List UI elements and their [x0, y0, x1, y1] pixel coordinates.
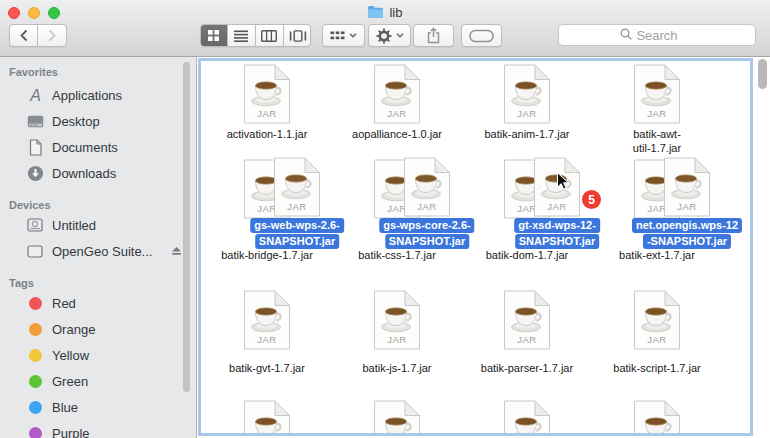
- sidebar-item-label: Documents: [52, 140, 118, 155]
- sidebar-item-label: OpenGeo Suite...: [52, 244, 152, 259]
- jar-file-icon: [242, 400, 292, 436]
- jar-file-icon: [632, 290, 682, 350]
- file-name: batik-ext-1.7.jar: [619, 249, 695, 263]
- jar-file-icon: [372, 290, 422, 350]
- file-name: batik-css-1.7.jar: [358, 249, 436, 263]
- file-item[interactable]: batik-dom-1.7.jargt-xsd-wps-12-SNAPSHOT.…: [462, 159, 592, 284]
- sidebar-item-untitled[interactable]: Untitled: [0, 212, 196, 238]
- dragged-file-name: gt-xsd-wps-12-SNAPSHOT.jar: [514, 218, 600, 250]
- tag-button[interactable]: [461, 24, 502, 47]
- coverflow-view-button[interactable]: [284, 25, 312, 46]
- sidebar-item-orange[interactable]: Orange: [0, 316, 196, 342]
- file-item[interactable]: aopalliance-1.0.jar: [332, 64, 462, 159]
- file-name: batik-script-1.7.jar: [613, 362, 700, 376]
- file-item[interactable]: batik-ext-1.7.jarnet.opengis.wps-12-SNAP…: [592, 159, 722, 284]
- forward-button[interactable]: [38, 25, 66, 46]
- main-pane: activation-1.1.jaraopalliance-1.0.jarbat…: [197, 57, 770, 438]
- sidebar-item-blue[interactable]: Blue: [0, 394, 196, 420]
- dragged-file-icon[interactable]: [272, 157, 322, 217]
- dragged-file-icon[interactable]: [402, 157, 452, 217]
- external-drive-icon: [26, 242, 44, 260]
- arrange-icon: [330, 30, 345, 41]
- share-icon: [426, 27, 441, 44]
- file-item[interactable]: batik-awt-util-1.7.jar: [592, 64, 722, 159]
- jar-file-icon: [372, 400, 422, 436]
- column-view-icon: [261, 30, 277, 42]
- window-title-row: lib: [0, 4, 770, 20]
- sidebar-item-yellow[interactable]: Yellow: [0, 342, 196, 368]
- tag-dot-icon: [29, 427, 42, 438]
- sidebar-item-label: Red: [52, 296, 76, 311]
- file-name: batik-dom-1.7.jar: [486, 249, 569, 263]
- jar-file-icon: [242, 290, 292, 350]
- svg-text:A: A: [29, 87, 41, 104]
- file-item[interactable]: batik-parser-1.7.jar: [462, 284, 592, 400]
- titlebar: lib: [0, 0, 770, 57]
- list-view-button[interactable]: [228, 25, 256, 46]
- jar-file-icon: [242, 64, 292, 124]
- sidebar-item-documents[interactable]: Documents: [0, 134, 196, 160]
- dragged-file-icon[interactable]: [662, 157, 712, 217]
- sidebar-scrollbar[interactable]: [183, 62, 190, 392]
- toolbar: [0, 24, 770, 48]
- jar-file-icon: [502, 290, 552, 350]
- coverflow-view-icon: [289, 30, 307, 42]
- sidebar-item-label: Yellow: [52, 348, 89, 363]
- jar-file-icon: [632, 400, 682, 436]
- file-item[interactable]: batik-bridge-1.7.jargs-web-wps-2.6-SNAPS…: [202, 159, 332, 284]
- mouse-cursor-icon: [556, 172, 570, 196]
- content-scrollbar[interactable]: [758, 59, 767, 89]
- sidebar-item-desktop[interactable]: Desktop: [0, 108, 196, 134]
- back-button[interactable]: [10, 25, 38, 46]
- sidebar-item-label: Green: [52, 374, 88, 389]
- tag-dot-icon: [29, 375, 42, 388]
- eject-icon[interactable]: [171, 244, 182, 259]
- window-title: lib: [389, 5, 402, 20]
- view-switcher: [200, 24, 311, 47]
- sidebar-item-downloads[interactable]: Downloads: [0, 160, 196, 186]
- back-chevron-icon: [19, 29, 28, 42]
- list-view-icon: [234, 30, 248, 42]
- sidebar-item-purple[interactable]: Purple: [0, 420, 196, 438]
- file-grid: activation-1.1.jaraopalliance-1.0.jarbat…: [201, 61, 750, 433]
- file-item[interactable]: [332, 400, 462, 436]
- arrange-button[interactable]: [322, 24, 365, 47]
- share-button[interactable]: [413, 24, 454, 47]
- file-name: batik-bridge-1.7.jar: [221, 249, 313, 263]
- action-menu-button[interactable]: [368, 24, 411, 47]
- jar-file-icon: [632, 64, 682, 124]
- icon-view-button[interactable]: [200, 25, 228, 46]
- sidebar: FavoritesAApplicationsDesktopDocumentsDo…: [0, 57, 197, 438]
- finder-window: lib: [0, 0, 770, 438]
- sidebar-item-applications[interactable]: AApplications: [0, 82, 196, 108]
- search-input[interactable]: [558, 24, 756, 46]
- sidebar-item-label: Untitled: [52, 218, 96, 233]
- sidebar-section-header: Tags: [0, 276, 196, 290]
- sidebar-section-tags: TagsRedOrangeYellowGreenBluePurple: [0, 276, 196, 438]
- column-view-button[interactable]: [256, 25, 284, 46]
- sidebar-item-red[interactable]: Red: [0, 290, 196, 316]
- downloads-icon: [26, 164, 44, 182]
- file-item[interactable]: [202, 400, 332, 436]
- jar-file-icon: [502, 64, 552, 124]
- file-item[interactable]: [592, 400, 722, 436]
- tag-dot-icon: [29, 297, 42, 310]
- file-row: [201, 400, 750, 436]
- sidebar-item-green[interactable]: Green: [0, 368, 196, 394]
- file-item[interactable]: batik-js-1.7.jar: [332, 284, 462, 400]
- file-item[interactable]: [462, 400, 592, 436]
- icon-view-icon: [207, 29, 220, 42]
- file-item[interactable]: activation-1.1.jar: [202, 64, 332, 159]
- desktop-icon: [26, 112, 44, 130]
- file-row: batik-bridge-1.7.jargs-web-wps-2.6-SNAPS…: [201, 159, 750, 284]
- sidebar-item-opengeo-suite[interactable]: OpenGeo Suite...: [0, 238, 196, 264]
- dragged-file-name: gs-wps-core-2.6-SNAPSHOT.jar: [379, 218, 474, 250]
- applications-icon: A: [26, 86, 44, 104]
- dragged-file-name: net.opengis.wps-12-SNAPSHOT.jar: [632, 218, 742, 250]
- sidebar-section-devices: DevicesUntitledOpenGeo Suite...: [0, 198, 196, 264]
- file-item[interactable]: batik-gvt-1.7.jar: [202, 284, 332, 400]
- file-item[interactable]: batik-anim-1.7.jar: [462, 64, 592, 159]
- sidebar-item-label: Orange: [52, 322, 95, 337]
- file-item[interactable]: batik-script-1.7.jar: [592, 284, 722, 400]
- file-item[interactable]: batik-css-1.7.jargs-wps-core-2.6-SNAPSHO…: [332, 159, 462, 284]
